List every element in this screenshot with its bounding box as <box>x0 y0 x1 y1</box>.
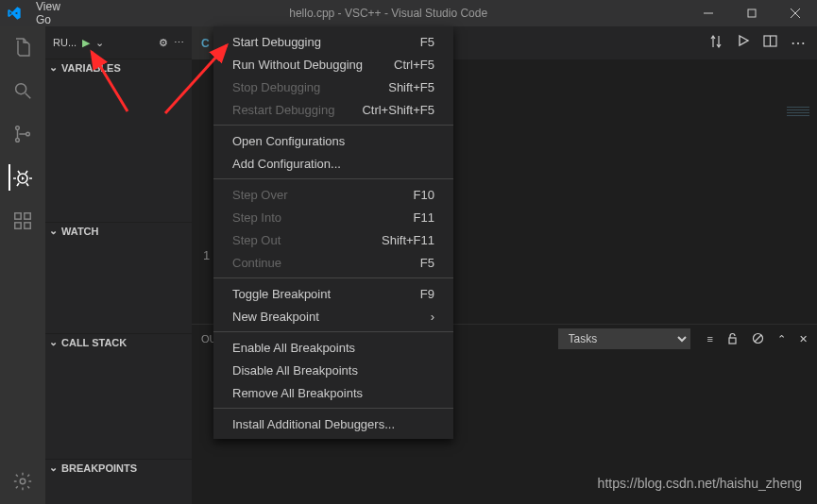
window-controls <box>687 0 817 26</box>
editor-actions: ⋯ <box>708 34 817 53</box>
minimap[interactable] <box>787 107 809 118</box>
svg-marker-10 <box>22 176 25 180</box>
search-icon[interactable] <box>9 77 36 104</box>
title-bar: FileEditSelectionViewGoDebugTerminalHelp… <box>0 0 817 26</box>
svg-rect-13 <box>25 223 30 228</box>
svg-point-4 <box>16 84 26 94</box>
more-actions-icon[interactable]: ⋯ <box>791 34 806 53</box>
vscode-logo-icon <box>0 6 28 21</box>
section-body <box>45 350 192 459</box>
section-header-variables[interactable]: ⌄VARIABLES <box>45 59 192 76</box>
maximize-button[interactable] <box>730 0 774 26</box>
run-config-label[interactable]: RU... <box>53 37 77 48</box>
chevron-down-icon: ⌄ <box>49 462 58 474</box>
start-debug-icon[interactable]: ▶ <box>82 37 90 49</box>
close-button[interactable] <box>774 0 817 26</box>
menu-item-remove-all-breakpoints[interactable]: Remove All Breakpoints <box>213 381 453 404</box>
chevron-down-icon: ⌄ <box>49 336 58 348</box>
svg-rect-14 <box>25 213 30 219</box>
source-control-icon[interactable] <box>9 121 36 147</box>
compare-icon[interactable] <box>708 34 723 53</box>
clear-icon[interactable] <box>752 332 764 346</box>
chevron-down-icon: ⌄ <box>49 225 58 237</box>
menu-item-stop-debugging: Stop DebuggingShift+F5 <box>213 76 453 98</box>
svg-rect-12 <box>15 223 21 228</box>
gear-icon[interactable]: ⚙ <box>159 37 168 49</box>
menu-item-run-without-debugging[interactable]: Run Without DebuggingCtrl+F5 <box>213 53 453 76</box>
more-icon[interactable]: ⋯ <box>174 37 184 49</box>
minimize-button[interactable] <box>687 0 730 26</box>
svg-line-21 <box>755 335 761 342</box>
cpp-file-icon: C <box>201 37 210 50</box>
filter-icon[interactable]: ≡ <box>707 333 713 344</box>
menu-item-new-breakpoint[interactable]: New Breakpoint› <box>213 305 453 328</box>
menu-item-restart-debugging: Restart DebuggingCtrl+Shift+F5 <box>213 98 453 121</box>
activity-bar <box>0 26 45 504</box>
lock-icon[interactable] <box>726 332 739 346</box>
svg-point-6 <box>16 126 20 130</box>
svg-rect-1 <box>748 9 756 17</box>
panel-select[interactable]: Tasks <box>558 328 690 349</box>
section-header-breakpoints[interactable]: ⌄BREAKPOINTS <box>45 459 192 476</box>
menu-item-step-into: Step IntoF11 <box>213 206 453 228</box>
menu-item-toggle-breakpoint[interactable]: Toggle BreakpointF9 <box>213 282 453 305</box>
run-icon[interactable] <box>737 34 750 53</box>
sidebar: RU... ▶ ⌄ ⚙ ⋯ ⌄VARIABLES⌄WATCH⌄CALL STAC… <box>45 26 192 504</box>
settings-gear-icon[interactable] <box>9 468 36 495</box>
section-body <box>45 76 192 222</box>
explorer-icon[interactable] <box>9 34 36 60</box>
watermark-text: https://blog.csdn.net/haishu_zheng <box>598 476 802 491</box>
menu-item-enable-all-breakpoints[interactable]: Enable All Breakpoints <box>213 336 453 359</box>
line-number: 1 <box>203 248 210 262</box>
svg-rect-19 <box>729 338 736 344</box>
debug-menu-dropdown: Start DebuggingF5Run Without DebuggingCt… <box>213 26 453 439</box>
svg-rect-11 <box>15 213 21 219</box>
menu-go[interactable]: Go <box>28 13 90 26</box>
svg-marker-16 <box>740 36 748 45</box>
extensions-icon[interactable] <box>9 208 36 234</box>
panel-close-icon[interactable]: ✕ <box>799 333 808 345</box>
section-header-call-stack[interactable]: ⌄CALL STACK <box>45 333 192 350</box>
svg-point-8 <box>26 132 30 136</box>
window-title: hello.cpp - VSC++ - Visual Studio Code <box>90 7 687 20</box>
menu-item-open-configurations[interactable]: Open Configurations <box>213 129 453 152</box>
menu-view[interactable]: View <box>28 0 90 13</box>
svg-point-15 <box>20 479 26 484</box>
section-body <box>45 239 192 333</box>
run-toolbar: RU... ▶ ⌄ ⚙ ⋯ <box>45 26 192 59</box>
chevron-down-icon: ⌄ <box>49 61 58 74</box>
svg-point-7 <box>16 139 20 143</box>
chevron-down-icon[interactable]: ⌄ <box>95 37 104 49</box>
chevron-up-icon[interactable]: ⌃ <box>777 333 786 345</box>
menu-item-install-additional-debuggers-[interactable]: Install Additional Debuggers... <box>213 412 453 435</box>
menu-item-start-debugging[interactable]: Start DebuggingF5 <box>213 30 453 53</box>
svg-line-5 <box>26 93 31 99</box>
menu-item-disable-all-breakpoints[interactable]: Disable All Breakpoints <box>213 359 453 381</box>
menu-bar: FileEditSelectionViewGoDebugTerminalHelp <box>0 0 90 26</box>
split-editor-icon[interactable] <box>763 34 777 53</box>
menu-item-step-out: Step OutShift+F11 <box>213 228 453 251</box>
menu-item-step-over: Step OverF10 <box>213 183 453 206</box>
menu-item-add-configuration-[interactable]: Add Configuration... <box>213 152 453 175</box>
section-header-watch[interactable]: ⌄WATCH <box>45 222 192 239</box>
debug-icon[interactable] <box>9 164 35 191</box>
menu-item-continue: ContinueF5 <box>213 251 453 274</box>
